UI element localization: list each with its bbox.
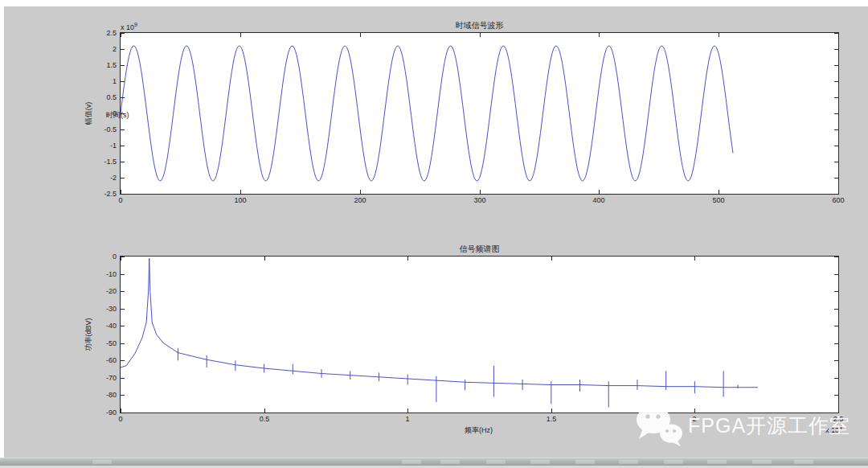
y-tick-mark — [121, 309, 125, 310]
y-tick-label: 1.5 — [88, 61, 117, 69]
x-tick-mark — [838, 257, 839, 261]
x-tick-mark — [480, 190, 481, 194]
y-tick-mark — [834, 378, 838, 379]
y-tick-mark — [121, 274, 125, 275]
y-tick-label: -70 — [88, 374, 117, 382]
y-tick-mark — [121, 65, 125, 66]
y-tick-mark — [834, 343, 838, 344]
y-tick-mark — [834, 65, 838, 66]
x-tick-mark — [599, 190, 600, 194]
x-tick-label: 600 — [826, 196, 850, 204]
wechat-icon — [634, 404, 684, 447]
x-tick-mark — [694, 257, 695, 261]
x-tick-label: 400 — [587, 196, 611, 204]
spectrum-plot: 信号频谱图 功率(dBV) 频率(Hz) x 104 00.511.522.50… — [120, 256, 839, 413]
x-tick-mark — [599, 33, 600, 37]
watermark: FPGA开源工作室 — [634, 403, 850, 448]
y-tick-mark — [121, 291, 125, 292]
spectrum-line — [121, 257, 838, 413]
taskbar-item[interactable] — [402, 460, 421, 464]
x-tick-mark — [360, 33, 361, 37]
y-tick-label: 2 — [88, 45, 117, 53]
x-tick-mark — [838, 33, 839, 37]
x-tick-label: 1 — [395, 415, 420, 423]
x-tick-mark — [240, 190, 241, 194]
taskbar-item[interactable] — [664, 460, 683, 464]
x-tick-label: 300 — [468, 196, 492, 204]
taskbar-item[interactable] — [530, 460, 550, 464]
taskbar-item[interactable] — [794, 460, 813, 464]
y-tick-label: -1.5 — [88, 158, 117, 166]
y-tick-label: -60 — [88, 356, 117, 364]
y-tick-mark — [121, 257, 125, 257]
y-tick-mark — [834, 395, 838, 396]
y-tick-mark — [834, 326, 838, 326]
taskbar-strip[interactable] — [0, 458, 868, 466]
x-tick-mark — [551, 257, 552, 261]
taskbar-item[interactable] — [619, 460, 638, 464]
y-tick-label: 1 — [88, 77, 117, 85]
y-tick-mark — [834, 97, 838, 98]
y-tick-mark — [834, 81, 838, 82]
y-tick-mark — [834, 291, 838, 292]
x-tick-label: 1.5 — [539, 415, 563, 423]
y-tick-mark — [834, 194, 838, 195]
y-tick-mark — [121, 178, 125, 179]
y-tick-mark — [121, 378, 125, 379]
y-tick-label: -2.5 — [88, 190, 117, 198]
y-axis-exponent-label: x 109 — [121, 22, 137, 31]
y-tick-mark — [121, 146, 125, 146]
watermark-text: FPGA开源工作室 — [688, 413, 850, 439]
y-tick-mark — [834, 309, 838, 310]
y-tick-label: 0 — [88, 109, 117, 117]
y-tick-mark — [121, 97, 125, 98]
x-tick-label: 100 — [228, 196, 252, 204]
waveform-line — [121, 33, 838, 194]
x-tick-mark — [480, 33, 481, 37]
y-tick-label: -0.5 — [88, 125, 117, 133]
x-tick-mark — [407, 257, 408, 261]
y-tick-mark — [121, 129, 125, 130]
y-tick-mark — [121, 194, 125, 195]
time-domain-plot: 时域信号波形 x 109 幅值(v) 时间(s) 010020030040050… — [120, 32, 839, 195]
y-tick-mark — [834, 162, 838, 162]
spectrum-xlabel: 频率(Hz) — [465, 425, 493, 436]
y-tick-label: -40 — [88, 322, 117, 330]
x-tick-mark — [838, 190, 839, 194]
y-tick-mark — [834, 129, 838, 130]
y-tick-label: -30 — [88, 305, 117, 313]
matlab-figure-canvas: 时域信号波形 x 109 幅值(v) 时间(s) 010020030040050… — [4, 6, 868, 458]
x-tick-mark — [264, 408, 265, 413]
taskbar-item[interactable] — [575, 460, 595, 464]
y-tick-mark — [834, 257, 838, 257]
y-tick-mark — [834, 360, 838, 361]
x-tick-mark — [719, 190, 719, 194]
taskbar-item[interactable] — [440, 460, 460, 464]
taskbar-item[interactable] — [486, 460, 506, 464]
y-tick-label: -2 — [88, 174, 117, 182]
y-tick-mark — [121, 113, 125, 114]
screenshot-root: 时域信号波形 x 109 幅值(v) 时间(s) 010020030040050… — [0, 0, 868, 468]
y-tick-mark — [834, 178, 838, 179]
x-tick-mark — [360, 190, 361, 194]
y-tick-label: 2.5 — [88, 29, 117, 37]
taskbar-item[interactable] — [752, 460, 772, 464]
y-tick-mark — [121, 413, 125, 413]
time-domain-title: 时域信号波形 — [121, 20, 838, 31]
y-tick-mark — [121, 162, 125, 162]
taskbar-item[interactable] — [707, 460, 727, 464]
x-tick-mark — [719, 33, 719, 37]
x-tick-mark — [240, 33, 241, 37]
y-tick-label: -1 — [88, 142, 117, 150]
y-tick-mark — [834, 146, 838, 146]
y-tick-mark — [121, 343, 125, 344]
y-tick-mark — [834, 113, 838, 114]
y-tick-label: -50 — [88, 339, 117, 347]
x-tick-label: 0.5 — [252, 415, 276, 423]
y-tick-mark — [834, 274, 838, 275]
y-tick-mark — [121, 49, 125, 50]
y-tick-mark — [121, 33, 125, 34]
x-tick-mark — [407, 408, 408, 413]
taskbar-item[interactable] — [92, 460, 112, 464]
spectrum-title: 信号频谱图 — [121, 244, 838, 255]
